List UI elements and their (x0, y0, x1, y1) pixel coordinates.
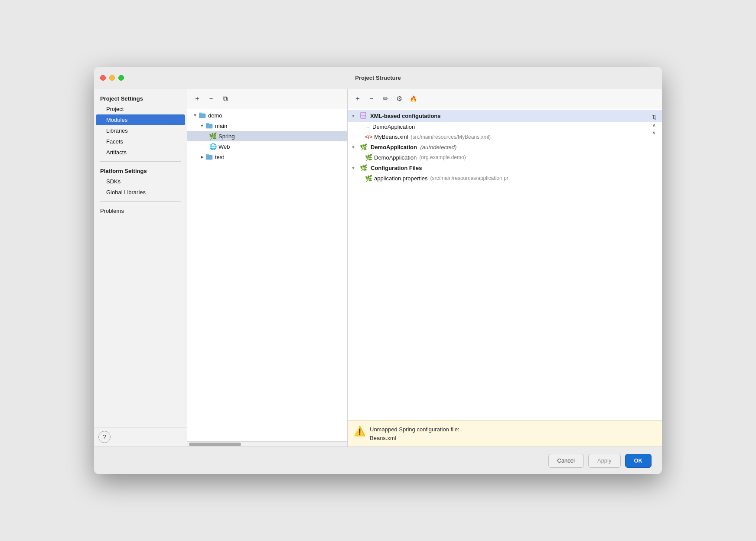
spring-config-icon-org: 🌿 (365, 154, 372, 161)
tree-item-test[interactable]: ▶ test (187, 152, 347, 162)
edit-config-button[interactable]: ✏ (380, 93, 391, 104)
demo-app-label: DemoApplication (372, 124, 415, 130)
center-panel: ＋ － ⧉ ▼ (187, 89, 348, 446)
tree-item-spring[interactable]: 🌿 Spring (187, 131, 347, 141)
nav-separator-2 (100, 201, 181, 202)
spring-config-icon-auto: 🌿 (360, 143, 367, 150)
sidebar-item-modules[interactable]: Modules (96, 114, 185, 125)
remove-config-icon: － (368, 94, 375, 103)
tree-item-main[interactable]: ▼ main (187, 121, 347, 131)
xml-doc-icon: </> (360, 112, 367, 120)
config-files-icon: 🌿 (360, 164, 367, 171)
center-toolbar: ＋ － ⧉ (187, 89, 347, 108)
ok-button[interactable]: OK (625, 454, 652, 468)
remove-module-button[interactable]: － (205, 93, 217, 104)
spring-icon: 🌿 (209, 132, 217, 140)
label-spring: Spring (218, 133, 235, 140)
add-icon: ＋ (194, 94, 201, 103)
fire-config-button[interactable]: 🔥 (407, 93, 419, 104)
window-title: Project Structure (355, 75, 401, 81)
folder-icon-main (205, 122, 213, 130)
warning-icon: ⚠️ (354, 426, 365, 437)
svg-rect-4 (206, 155, 212, 160)
arrow-demo-app: → (365, 124, 370, 130)
warning-text-line1: Unmapped Spring configuration file: (370, 425, 459, 434)
add-config-icon: ＋ (354, 94, 361, 103)
maximize-button[interactable] (118, 75, 124, 81)
folder-icon-test (205, 153, 213, 161)
project-settings-header: Project Settings (94, 93, 187, 104)
arrow-xml: ▼ (351, 114, 358, 118)
settings-config-button[interactable]: ⚙ (394, 93, 405, 104)
arrow-main: ▼ (199, 122, 205, 129)
tree-item-web[interactable]: 🌐 Web (187, 141, 347, 152)
project-structure-window: Project Structure Project Settings Proje… (94, 67, 662, 474)
warning-bar: ⚠️ Unmapped Spring configuration file: B… (348, 420, 662, 446)
svg-rect-1 (199, 113, 202, 114)
folder-icon-demo (199, 111, 206, 119)
arrow-demo-autodetect: ▼ (351, 145, 358, 150)
warning-text: Unmapped Spring configuration file: Bean… (370, 425, 459, 442)
sidebar-item-global-libraries[interactable]: Global Libraries (94, 187, 187, 198)
right-toolbar: ＋ － ✏ ⚙ 🔥 (348, 89, 662, 108)
sidebar-bottom: ? (94, 427, 187, 446)
autodetected-label: (autodetected) (419, 144, 456, 150)
sidebar-item-problems[interactable]: Problems (94, 205, 187, 217)
copy-icon: ⧉ (223, 95, 228, 103)
demo-autodetect-label: DemoApplication (371, 144, 417, 150)
right-content: ▼ </> XML-based configutations ⇅ (348, 108, 662, 420)
help-icon: ? (103, 433, 106, 440)
fire-icon: 🔥 (410, 95, 417, 102)
svg-text:</>: </> (361, 114, 366, 117)
app-prop-label: application.properties (374, 175, 428, 182)
svg-rect-3 (206, 123, 209, 124)
arrow-demo: ▼ (192, 112, 199, 119)
app-prop-path: (src/main/resources/application.pr (430, 175, 508, 181)
config-tree: ▼ </> XML-based configutations ⇅ (348, 108, 662, 185)
add-config-button[interactable]: ＋ (352, 93, 363, 104)
sidebar-item-facets[interactable]: Facets (94, 136, 187, 147)
help-button[interactable]: ? (98, 431, 111, 443)
svg-rect-5 (206, 154, 209, 156)
app-prop-icon: 🌿 (365, 175, 372, 182)
expand-button[interactable]: ∧ (650, 121, 658, 128)
sidebar-item-artifacts[interactable]: Artifacts (94, 147, 187, 158)
sort-az-button[interactable]: ⇅ (650, 114, 658, 121)
apply-button[interactable]: Apply (588, 454, 621, 468)
mybeans-icon: </> (365, 134, 372, 140)
xml-config-label: XML-based configutations (370, 113, 441, 119)
config-item-app-properties[interactable]: 🌿 application.properties (src/main/resou… (348, 173, 662, 183)
minimize-button[interactable] (109, 75, 115, 81)
demo-org-label: DemoApplication (374, 154, 417, 161)
add-module-button[interactable]: ＋ (192, 93, 203, 104)
config-item-mybeans[interactable]: </> MyBeans.xml (src/main/resources/MyBe… (348, 132, 662, 142)
config-item-demo-arrow[interactable]: → DemoApplication (348, 122, 662, 132)
cancel-button[interactable]: Cancel (548, 454, 584, 468)
traffic-lights (100, 75, 124, 81)
module-tree: ▼ demo ▼ (187, 108, 347, 441)
config-item-demo-org[interactable]: 🌿 DemoApplication (org.example.demo) (348, 152, 662, 163)
label-test: test (215, 154, 224, 160)
mybeans-label: MyBeans.xml (374, 134, 408, 140)
sidebar-item-project[interactable]: Project (94, 104, 187, 114)
tree-item-demo[interactable]: ▼ demo (187, 110, 347, 121)
horizontal-scrollbar[interactable] (187, 441, 347, 446)
mybeans-path: (src/main/resources/MyBeans.xml) (411, 134, 491, 140)
config-item-demo-autodetect[interactable]: ▼ 🌿 DemoApplication (autodetected) (348, 142, 662, 152)
sidebar-item-libraries[interactable]: Libraries (94, 125, 187, 136)
right-panel: ＋ － ✏ ⚙ 🔥 (348, 89, 662, 446)
label-main: main (215, 123, 227, 129)
arrow-config-files: ▼ (351, 166, 358, 170)
config-item-config-files[interactable]: ▼ 🌿 Configuration Files (348, 163, 662, 173)
config-item-xml[interactable]: ▼ </> XML-based configutations ⇅ (348, 110, 662, 122)
sidebar-item-sdks[interactable]: SDKs (94, 176, 187, 187)
collapse-button[interactable]: ∨ (650, 129, 658, 136)
remove-config-button[interactable]: － (366, 93, 377, 104)
copy-module-button[interactable]: ⧉ (219, 93, 231, 104)
close-button[interactable] (100, 75, 106, 81)
settings-icon: ⚙ (396, 95, 402, 103)
sidebar-nav: Project Settings Project Modules Librari… (94, 89, 187, 427)
web-icon: 🌐 (209, 143, 217, 150)
label-demo: demo (208, 112, 222, 119)
nav-separator (100, 161, 181, 162)
